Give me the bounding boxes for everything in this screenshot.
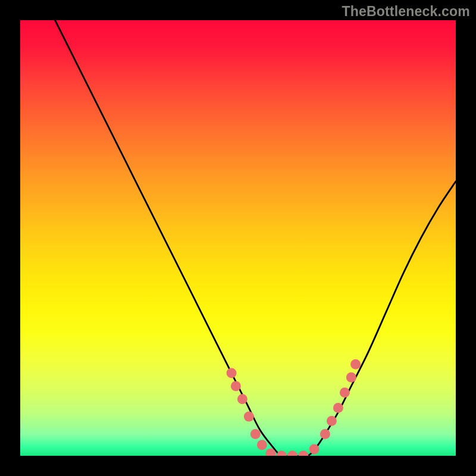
highlight-dot	[320, 429, 330, 439]
bottleneck-curve	[55, 20, 456, 456]
highlight-dot	[244, 412, 254, 422]
plot-area	[20, 20, 456, 456]
highlight-dot	[231, 381, 241, 391]
highlight-dot	[340, 387, 350, 397]
highlight-dot	[298, 451, 308, 456]
highlight-dot	[287, 451, 298, 456]
highlight-dot	[309, 444, 320, 455]
highlight-dot	[227, 368, 237, 378]
highlight-dot	[250, 429, 261, 439]
watermark-text: TheBottleneck.com	[342, 4, 470, 20]
highlight-dot	[327, 416, 337, 426]
highlight-dot	[277, 451, 287, 456]
highlight-dot	[350, 359, 361, 369]
highlight-dot	[346, 372, 356, 383]
highlight-dot	[257, 440, 267, 450]
highlight-dot	[333, 403, 343, 413]
chart-stage: TheBottleneck.com	[0, 0, 476, 476]
highlight-dot	[237, 394, 248, 404]
curve-layer	[20, 20, 456, 456]
